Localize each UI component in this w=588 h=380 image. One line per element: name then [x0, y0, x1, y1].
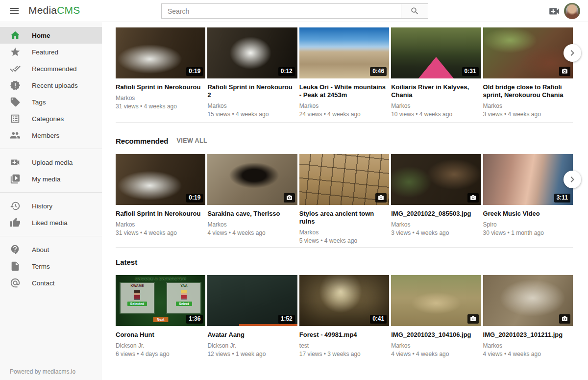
sidebar-item-categories[interactable]: Categories — [0, 110, 102, 127]
game-character-name: KWAME — [131, 284, 144, 287]
media-title[interactable]: Sarakina cave, Therisso — [207, 210, 297, 218]
sidebar-item-about[interactable]: About — [0, 241, 102, 258]
media-title[interactable]: Rafioli Sprint in Nerokourou — [116, 210, 205, 218]
media-title[interactable]: Old bridge close to Rafioli sprint, Nero… — [483, 83, 573, 99]
photo-thumbnail[interactable] — [391, 275, 481, 326]
sidebar-item-upload-media[interactable]: Upload media — [0, 154, 102, 171]
video-thumbnail[interactable]: 0:31 — [391, 27, 481, 78]
media-meta: 3 views • 4 weeks ago — [391, 229, 481, 236]
media-card[interactable]: IMG_20201023_101211.jpg Markos 4 views •… — [483, 275, 573, 357]
sidebar-item-terms[interactable]: Terms — [0, 258, 102, 275]
sidebar-item-history[interactable]: History — [0, 198, 102, 214]
media-title[interactable]: Stylos area ancient town ruins — [299, 210, 389, 226]
media-author[interactable]: Markos — [207, 221, 297, 228]
sidebar-item-liked-media[interactable]: Liked media — [0, 214, 102, 231]
video-thumbnail[interactable]: CHOOSE A CHARACTER KWAME Selected YAA Se… — [116, 275, 205, 326]
media-title[interactable]: IMG_20201023_101211.jpg — [483, 331, 573, 339]
media-author[interactable]: Markos — [299, 102, 389, 109]
game-selected-chip: Selected — [127, 302, 147, 306]
photo-thumbnail[interactable] — [483, 27, 573, 78]
media-card[interactable]: IMG_20201023_104106.jpg Markos 4 views •… — [391, 275, 481, 357]
media-card[interactable]: 0:46 Leuka Ori - White mountains - Peak … — [299, 27, 389, 122]
video-thumbnail[interactable]: 0:19 — [116, 27, 205, 78]
sidebar-item-home[interactable]: Home — [0, 27, 102, 44]
logo[interactable]: MediaCMS — [28, 4, 80, 16]
media-title[interactable]: Rafioli Sprint in Nerokourou 2 — [207, 83, 297, 99]
video-thumbnail[interactable]: 0:41 — [299, 275, 389, 326]
search-button[interactable] — [401, 3, 428, 19]
media-card[interactable]: 0:31 Koiliaris River in Kalyves, Chania … — [391, 27, 481, 122]
media-title[interactable]: Greek Music Video — [483, 210, 573, 218]
video-thumbnail[interactable]: 0:46 — [299, 27, 389, 78]
media-meta: 31 views • 4 weeks ago — [116, 103, 205, 110]
media-author[interactable]: test — [299, 342, 389, 349]
media-title[interactable]: IMG_20201022_085503.jpg — [391, 210, 481, 218]
media-author[interactable]: Markos — [207, 102, 297, 109]
video-thumbnail[interactable]: 1:52 — [207, 275, 297, 326]
sidebar-item-featured[interactable]: Featured — [0, 44, 102, 60]
media-title[interactable]: Avatar Aang — [207, 331, 297, 339]
media-author[interactable]: Spiro — [483, 221, 573, 228]
video-thumbnail[interactable]: 3:11 — [483, 154, 573, 205]
photo-thumbnail[interactable] — [391, 154, 481, 205]
sidebar-item-recommended[interactable]: Recommended — [0, 60, 102, 77]
media-card[interactable]: 0:12 Rafioli Sprint in Nerokourou 2 Mark… — [207, 27, 297, 122]
video-library-icon — [10, 174, 21, 184]
media-row: 0:19 Rafioli Sprint in Nerokourou Markos… — [116, 27, 573, 122]
photo-thumbnail[interactable] — [483, 275, 573, 326]
media-author[interactable]: Markos — [391, 221, 481, 228]
media-title[interactable]: Rafioli Sprint in Nerokourou — [116, 83, 205, 91]
video-call-icon — [10, 157, 21, 168]
media-card[interactable]: CHOOSE A CHARACTER KWAME Selected YAA Se… — [116, 275, 205, 357]
carousel-next-button[interactable] — [564, 171, 581, 188]
media-card[interactable]: IMG_20201022_085503.jpg Markos 3 views •… — [391, 154, 481, 247]
sidebar-item-members[interactable]: Members — [0, 127, 102, 144]
media-card[interactable]: Sarakina cave, Therisso Markos 4 views •… — [207, 154, 297, 247]
camera-icon — [286, 195, 293, 201]
menu-button[interactable] — [8, 5, 21, 18]
media-author[interactable]: Markos — [483, 102, 573, 109]
media-title[interactable]: Koiliaris River in Kalyves, Chania — [391, 83, 481, 99]
media-author[interactable]: Dickson Jr. — [116, 342, 205, 349]
media-title[interactable]: Forest - 49981.mp4 — [299, 331, 389, 339]
media-author[interactable]: Markos — [299, 229, 389, 236]
view-all-link[interactable]: VIEW ALL — [177, 137, 207, 144]
media-card[interactable]: 1:52 Avatar Aang Dickson Jr. 12 views • … — [207, 275, 297, 357]
document-icon — [10, 261, 21, 272]
media-title[interactable]: IMG_20201023_104106.jpg — [391, 331, 481, 339]
search-input[interactable] — [161, 3, 401, 19]
media-author[interactable]: Markos — [483, 342, 573, 349]
user-avatar[interactable] — [564, 3, 580, 19]
media-title[interactable]: Leuka Ori - White mountains - Peak at 24… — [299, 83, 389, 99]
sidebar-item-label: Recommended — [32, 65, 77, 73]
carousel-next-button[interactable] — [564, 44, 581, 62]
media-title[interactable]: Corona Hunt — [116, 331, 205, 339]
media-card[interactable]: Old bridge close to Rafioli sprint, Nero… — [483, 27, 573, 122]
video-thumbnail[interactable]: 0:19 — [116, 154, 205, 205]
sidebar-item-my-media[interactable]: My media — [0, 171, 102, 187]
media-author[interactable]: Markos — [116, 95, 205, 101]
media-card[interactable]: 0:41 Forest - 49981.mp4 test 17 views • … — [299, 275, 389, 357]
media-author[interactable]: Markos — [116, 221, 205, 228]
media-card[interactable]: 3:11 Greek Music Video Spiro 30 views • … — [483, 154, 573, 247]
media-card[interactable]: Stylos area ancient town ruins Markos 5 … — [299, 154, 389, 247]
sidebar-item-recent-uploads[interactable]: Recent uploads — [0, 77, 102, 94]
sidebar-item-label: Members — [32, 132, 59, 139]
history-icon — [10, 201, 21, 211]
media-author[interactable]: Dickson Jr. — [207, 342, 297, 349]
media-card[interactable]: 0:19 Rafioli Sprint in Nerokourou Markos… — [116, 154, 205, 247]
search-icon — [410, 6, 419, 16]
media-author[interactable]: Markos — [391, 342, 481, 349]
sidebar-item-contact[interactable]: Contact — [0, 275, 102, 291]
media-card[interactable]: 0:19 Rafioli Sprint in Nerokourou Markos… — [116, 27, 205, 122]
photo-thumbnail[interactable] — [299, 154, 389, 205]
game-character-name: YAA — [180, 284, 187, 287]
thumb-up-icon — [10, 217, 21, 228]
upload-media-icon[interactable] — [548, 5, 561, 18]
media-author[interactable]: Markos — [391, 102, 481, 109]
sidebar-item-tags[interactable]: Tags — [0, 94, 102, 110]
video-thumbnail[interactable]: 0:12 — [207, 27, 297, 78]
media-row: CHOOSE A CHARACTER KWAME Selected YAA Se… — [116, 275, 573, 357]
photo-thumbnail[interactable] — [207, 154, 297, 205]
menu-icon — [8, 5, 20, 17]
